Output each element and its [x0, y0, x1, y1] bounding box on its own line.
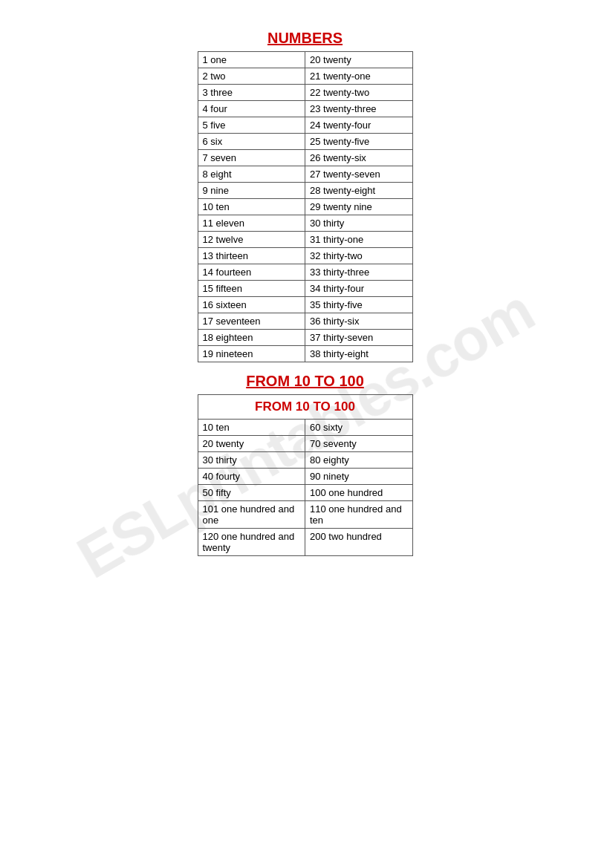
table-row: 38 thirty-eight — [305, 346, 413, 362]
table-row: 1 one — [198, 52, 305, 68]
numbers-title: NUMBERS — [267, 30, 343, 47]
table-row: 19 nineteen — [198, 346, 305, 362]
main-content: NUMBERS 1 one20 twenty2 two21 twenty-one… — [15, 30, 595, 567]
table-row: 25 twenty-five — [305, 134, 413, 150]
table-row: 6 six — [198, 134, 305, 150]
table-row: 27 twenty-seven — [305, 166, 413, 183]
table-row: 22 twenty-two — [305, 85, 413, 101]
table-row: 24 twenty-four — [305, 117, 413, 134]
from-title: FROM 10 TO 100 — [246, 373, 364, 390]
table-row: 28 twenty-eight — [305, 183, 413, 199]
table-row: 10 ten — [198, 199, 305, 215]
table-row: 20 twenty — [305, 52, 413, 68]
table-row: 12 twelve — [198, 232, 305, 248]
table-row: 18 eighteen — [198, 330, 305, 346]
table-row: 101 one hundred and one — [198, 501, 305, 529]
table-row: 31 thirty-one — [305, 232, 413, 248]
table-row: 9 nine — [198, 183, 305, 199]
table-row: 3 three — [198, 85, 305, 101]
table-row: 70 seventy — [305, 436, 413, 452]
table-row: 30 thirty — [198, 452, 305, 469]
table-row: 90 ninety — [305, 469, 413, 485]
table-row: 33 thirty-three — [305, 264, 413, 281]
table-row: 30 thirty — [305, 215, 413, 232]
table-row: 37 thirty-seven — [305, 330, 413, 346]
table-row: 15 fifteen — [198, 281, 305, 297]
from-table-header: FROM 10 TO 100 — [198, 395, 412, 420]
table-row: 13 thirteen — [198, 248, 305, 264]
table-row: 5 five — [198, 117, 305, 134]
table-row: 200 two hundred — [305, 529, 413, 556]
table-row: 120 one hundred and twenty — [198, 529, 305, 556]
numbers-table: 1 one20 twenty2 two21 twenty-one3 three2… — [198, 51, 413, 362]
table-row: 11 eleven — [198, 215, 305, 232]
table-row: 34 thirty-four — [305, 281, 413, 297]
table-row: 100 one hundred — [305, 485, 413, 501]
table-row: 29 twenty nine — [305, 199, 413, 215]
table-row: 7 seven — [198, 150, 305, 166]
table-row: 35 thirty-five — [305, 297, 413, 313]
table-row: 17 seventeen — [198, 313, 305, 330]
table-row: 16 sixteen — [198, 297, 305, 313]
table-row: 26 twenty-six — [305, 150, 413, 166]
table-row: 60 sixty — [305, 420, 413, 436]
table-row: 20 twenty — [198, 436, 305, 452]
table-row: 32 thirty-two — [305, 248, 413, 264]
table-row: 23 twenty-three — [305, 101, 413, 117]
table-row: 10 ten — [198, 420, 305, 436]
table-row: 2 two — [198, 68, 305, 85]
table-row: 21 twenty-one — [305, 68, 413, 85]
table-row: 110 one hundred and ten — [305, 501, 413, 529]
table-row: 8 eight — [198, 166, 305, 183]
table-row: 50 fifty — [198, 485, 305, 501]
table-row: 4 four — [198, 101, 305, 117]
from-table: FROM 10 TO 10010 ten60 sixty20 twenty70 … — [198, 394, 413, 556]
table-row: 36 thirty-six — [305, 313, 413, 330]
table-row: 14 fourteen — [198, 264, 305, 281]
table-row: 40 fourty — [198, 469, 305, 485]
table-row: 80 eighty — [305, 452, 413, 469]
